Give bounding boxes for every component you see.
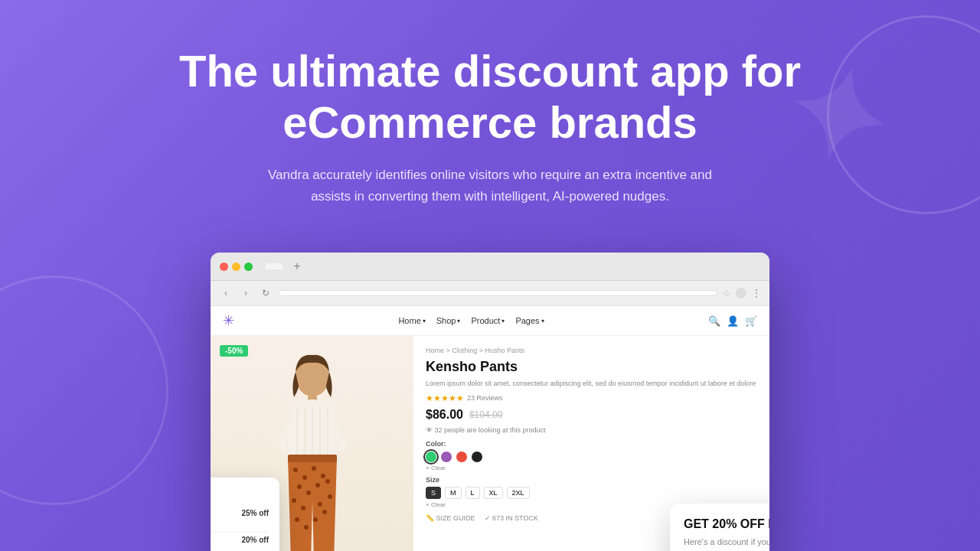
color-label: Color:	[426, 440, 757, 448]
deco-circle-2	[0, 276, 168, 505]
coupon-subtitle: Here's a discount if you buy today!	[684, 537, 769, 546]
svg-point-11	[301, 506, 305, 510]
discount-pct-1: 25% off	[241, 509, 269, 517]
store-content: -50%	[211, 336, 769, 551]
browser-nav-icons: ☆ ⋮	[722, 287, 762, 299]
nav-home[interactable]: Home ▾	[398, 316, 425, 325]
sale-badge: -50%	[220, 345, 248, 357]
address-bar[interactable]	[278, 290, 717, 296]
nav-product-chevron: ▾	[501, 318, 505, 324]
nav-home-label: Home	[398, 316, 420, 325]
svg-point-16	[322, 510, 327, 514]
review-count: 23 Reviews	[467, 394, 503, 402]
size-label: Size	[426, 476, 757, 484]
coupon-header: GET 20% OFF NOW ×	[684, 517, 769, 533]
nav-product-label: Product	[471, 316, 500, 325]
browser-nav: ‹ › ↻ ☆ ⋮	[211, 281, 769, 306]
browser-dots	[220, 262, 253, 271]
size-btn-s[interactable]: S	[426, 487, 441, 499]
discount-item-2: vandra-02jawa 15 Jul 2023 20% off	[211, 536, 269, 551]
divider-1	[211, 532, 269, 533]
nav-pages-label: Pages	[515, 316, 539, 325]
clear-color-link[interactable]: × Clear	[426, 465, 757, 471]
svg-point-7	[306, 491, 311, 495]
search-icon[interactable]: 🔍	[708, 315, 720, 327]
hero-section: The ultimate discount app for eCommerce …	[0, 0, 980, 207]
store-logo-icon: ✳	[223, 312, 234, 329]
viewers-text: 32 people are looking at this product	[435, 426, 546, 434]
menu-icon[interactable]: ⋮	[751, 287, 762, 299]
svg-point-12	[318, 502, 322, 507]
svg-point-10	[292, 498, 296, 503]
nav-home-chevron: ▾	[423, 318, 426, 324]
browser-mockup: + ‹ › ↻ ☆ ⋮ ✳ Home ▾ Shop ▾	[211, 253, 769, 551]
forward-button[interactable]: ›	[238, 285, 253, 301]
price-row: $86.00 $104.00	[426, 408, 757, 422]
ruler-icon: 📏	[426, 514, 434, 522]
nav-product[interactable]: Product ▾	[471, 316, 505, 325]
account-icon[interactable]: 👤	[727, 315, 739, 327]
hero-subtitle: Vandra accurately identifies online visi…	[260, 165, 720, 206]
circle-icon	[736, 288, 746, 298]
product-description: Lorem ipsum dolor sit amet, consectetur …	[426, 379, 757, 389]
svg-rect-18	[288, 455, 337, 462]
discounts-card-title: Discounts	[211, 488, 269, 500]
svg-point-9	[325, 479, 330, 484]
price-current: $86.00	[426, 408, 463, 422]
hero-title: The ultimate discount app for eCommerce …	[176, 46, 804, 148]
store-header-icons: 🔍 👤 🛒	[708, 315, 757, 327]
coupon-title: GET 20% OFF NOW	[684, 517, 769, 531]
stock-indicator: ✓ 673 IN STOCK	[485, 514, 538, 522]
nav-shop-chevron: ▾	[457, 318, 460, 324]
nav-pages[interactable]: Pages ▾	[515, 316, 544, 325]
stock-text: 673 IN STOCK	[492, 514, 538, 522]
discount-pct-2: 20% off	[241, 536, 269, 544]
svg-point-8	[315, 483, 320, 487]
viewers-row: 👁 32 people are looking at this product	[426, 426, 757, 434]
swatch-black[interactable]	[472, 452, 482, 462]
product-title: Kensho Pants	[426, 359, 757, 375]
star-icon: ☆	[722, 288, 731, 299]
minimize-dot[interactable]	[232, 262, 240, 271]
store-header: ✳ Home ▾ Shop ▾ Product ▾ Pages ▾	[211, 306, 769, 336]
swatch-purple[interactable]	[441, 452, 452, 462]
discount-item-1: vandra-03jfm 15 Jul 2023 25% off	[211, 509, 269, 524]
store-page: ✳ Home ▾ Shop ▾ Product ▾ Pages ▾	[211, 306, 769, 551]
size-guide-text: SIZE GUIDE	[436, 514, 475, 522]
svg-point-3	[302, 475, 307, 480]
nav-shop-label: Shop	[436, 316, 456, 325]
breadcrumb: Home > Clothing > Husho Pants	[426, 347, 757, 354]
star-rating: ★★★★★	[426, 393, 464, 403]
size-btn-m[interactable]: M	[445, 487, 462, 499]
price-original: $104.00	[469, 409, 502, 420]
nav-pages-chevron: ▾	[541, 318, 544, 324]
browser-tab[interactable]	[265, 263, 283, 269]
back-button[interactable]: ‹	[218, 285, 234, 301]
maximize-dot[interactable]	[244, 262, 253, 271]
close-dot[interactable]	[220, 262, 228, 271]
svg-point-14	[304, 525, 309, 530]
svg-point-2	[293, 468, 298, 472]
size-guide-link[interactable]: 📏 SIZE GUIDE	[426, 514, 475, 522]
size-btn-l[interactable]: L	[466, 487, 480, 499]
check-icon: ✓	[485, 514, 491, 522]
coupon-popup: GET 20% OFF NOW × Here's a discount if y…	[670, 504, 769, 551]
cart-icon[interactable]: 🛒	[745, 315, 757, 327]
refresh-button[interactable]: ↻	[258, 285, 273, 301]
svg-point-5	[321, 474, 325, 478]
color-swatches	[426, 452, 757, 462]
size-btn-xl[interactable]: XL	[484, 487, 503, 499]
discounts-card: Discounts vandra-03jfm 15 Jul 2023 25% o…	[211, 478, 279, 551]
size-btn-2xl[interactable]: 2XL	[507, 487, 530, 499]
svg-point-4	[312, 466, 316, 471]
svg-point-6	[297, 484, 302, 489]
store-nav: Home ▾ Shop ▾ Product ▾ Pages ▾	[398, 316, 544, 325]
nav-shop[interactable]: Shop ▾	[436, 316, 461, 325]
swatch-green[interactable]	[426, 452, 436, 462]
svg-point-17	[328, 494, 332, 499]
eye-icon: 👁	[426, 426, 433, 434]
size-options: S M L XL 2XL	[426, 487, 757, 499]
new-tab-button[interactable]: +	[289, 259, 305, 274]
svg-point-13	[295, 517, 299, 522]
swatch-red[interactable]	[456, 452, 467, 462]
